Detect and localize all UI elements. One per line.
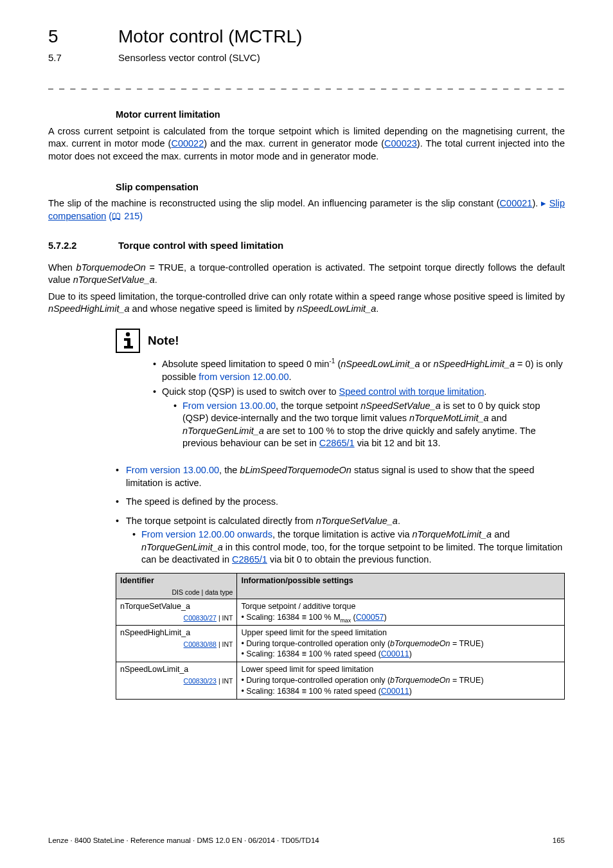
link-c00057[interactable]: C00057: [356, 613, 384, 622]
text: .: [484, 386, 486, 397]
text: = TRUE): [450, 639, 483, 648]
note-label: Note!: [148, 332, 179, 349]
arrow-icon: ▸: [541, 198, 546, 208]
paragraph: A cross current setpoint is calculated f…: [48, 125, 565, 163]
text: • Scaling: 16384 ≡ 100 % rated speed (: [241, 687, 380, 696]
text: When: [48, 262, 76, 273]
footer-left: Lenze · 8400 StateLine · Reference manua…: [48, 836, 319, 846]
th-label: Identifier: [120, 576, 154, 585]
code-id: nSpeedSetValue_a: [360, 401, 440, 411]
text: Lower speed limit for speed limitation: [241, 664, 560, 675]
code-id: nSpeedLowLimit_a: [341, 359, 420, 369]
code-id: bTorquemodeOn: [76, 262, 146, 273]
text: Quick stop (QSP) is used to switch over …: [162, 386, 339, 397]
text: .: [289, 372, 291, 382]
identifier-name: nTorqueSetValue_a: [120, 602, 190, 611]
text: The speed is defined by the process.: [126, 496, 278, 507]
section-title: Sensorless vector control (SLVC): [118, 52, 260, 63]
link-code[interactable]: C00830/27: [184, 614, 217, 622]
text: .: [398, 516, 400, 526]
text: or: [420, 359, 434, 369]
divider: _ _ _ _ _ _ _ _ _ _ _ _ _ _ _ _ _ _ _ _ …: [48, 78, 565, 91]
text: The torque setpoint is calculated direct…: [126, 516, 316, 526]
identifier-name: nSpeedHighLimit_a: [120, 628, 190, 637]
text: • Scaling: 16384 ≡ 100 % rated speed (: [241, 649, 380, 658]
text: (: [351, 613, 356, 622]
section-number: 5.7: [48, 51, 116, 64]
text: via bit 12 and bit 13.: [355, 438, 441, 448]
subsection-title: Torque control with speed limitation: [118, 240, 283, 251]
version-note: From version 13.00.00: [182, 401, 276, 411]
table-header: Identifier DIS code | data type: [116, 573, 237, 599]
text: ) and the max. current in generator mode…: [204, 138, 384, 149]
identifier-table: Identifier DIS code | data type Informat…: [116, 573, 565, 700]
link-c00023[interactable]: C00023: [384, 138, 417, 149]
link-c00011[interactable]: C00011: [381, 649, 409, 658]
text: Upper speed limit for the speed limitati…: [241, 628, 560, 638]
text: ).: [532, 198, 541, 208]
heading-slip: Slip compensation: [116, 181, 565, 194]
svg-rect-2: [127, 338, 130, 347]
list-item: The speed is defined by the process.: [116, 496, 565, 509]
text: = TRUE): [450, 676, 483, 685]
code-id: nTorqueSetValue_a: [316, 516, 398, 526]
code-id: nSpeedHighLimit_a: [48, 303, 130, 314]
text: and: [492, 529, 510, 539]
list-item: From version 12.00.00 onwards, the torqu…: [132, 529, 565, 566]
text: Absolute speed limitation to speed 0 min: [162, 359, 329, 369]
link-code[interactable]: C00830/23: [184, 677, 217, 685]
link-c2865-1[interactable]: C2865/1: [319, 438, 355, 448]
text: ): [409, 649, 412, 658]
code-id: bTorquemodeOn: [390, 676, 450, 685]
code-id: bTorquemodeOn: [390, 639, 450, 648]
heading-mcl: Motor current limitation: [116, 109, 565, 122]
code-id: nTorqueGenLimit_a: [141, 542, 223, 552]
code-id: nTorqueMotLimit_a: [409, 413, 489, 423]
text: | INT: [217, 614, 233, 622]
table-header: Information/possible settings: [237, 573, 565, 599]
subsection-number: 5.7.2.2: [48, 240, 116, 253]
page-number: 165: [553, 836, 565, 846]
chapter-number: 5: [48, 24, 116, 49]
code-id: nTorqueMotLimit_a: [413, 529, 492, 539]
text: Due to its speed limitation, the torque-…: [48, 291, 565, 302]
paragraph: The slip of the machine is reconstructed…: [48, 197, 565, 222]
text: ): [409, 687, 412, 696]
text: , the torque setpoint: [276, 401, 360, 411]
svg-point-0: [126, 332, 130, 336]
text: ): [384, 613, 387, 622]
text: (: [335, 359, 341, 369]
th-sublabel: DIS code | data type: [120, 588, 233, 597]
code-id: nTorqueGenLimit_a: [182, 426, 264, 436]
page-ref: (🕮 215): [106, 211, 143, 221]
text: and: [489, 413, 507, 423]
text: • During torque-controlled operation onl…: [241, 676, 390, 685]
link-code[interactable]: C00830/88: [184, 640, 217, 648]
version-note: From version 13.00.00: [126, 465, 219, 475]
table-row: nSpeedHighLimit_a C00830/88 | INT Upper …: [116, 625, 565, 662]
link-c00021[interactable]: C00021: [500, 198, 533, 208]
list-item: Quick stop (QSP) is used to switch over …: [153, 386, 565, 450]
text: via bit 0 to obtain the previous functio…: [267, 554, 432, 565]
link-speed-control[interactable]: Speed control with torque limitation: [339, 386, 484, 397]
text: and whose negative speed is limited by: [130, 303, 297, 314]
link-c00022[interactable]: C00022: [171, 138, 204, 149]
text: The slip of the machine is reconstructed…: [48, 198, 500, 208]
text: Torque setpoint / additive torque: [241, 601, 560, 612]
version-note: From version 12.00.00 onwards: [141, 529, 272, 539]
version-note: from version 12.00.00: [199, 372, 289, 382]
info-icon: [116, 329, 140, 353]
table-row: nSpeedLowLimit_a C00830/23 | INT Lower s…: [116, 662, 565, 700]
text: • During torque-controlled operation onl…: [241, 639, 390, 648]
text: .: [155, 275, 157, 285]
text: • Scaling: 16384 ≡ 100 % M: [241, 613, 340, 622]
link-c2865-1[interactable]: C2865/1: [232, 554, 267, 565]
svg-rect-3: [124, 346, 133, 348]
subscript: max: [341, 617, 351, 623]
link-c00011[interactable]: C00011: [381, 687, 409, 696]
code-id: nSpeedHighLimit_a: [434, 359, 515, 369]
paragraph: When bTorquemodeOn = TRUE, a torque-cont…: [48, 262, 565, 287]
text: , the: [219, 465, 240, 475]
list-item: From version 13.00.00, the bLimSpeedTorq…: [116, 464, 565, 489]
table-row: nTorqueSetValue_a C00830/27 | INT Torque…: [116, 599, 565, 625]
